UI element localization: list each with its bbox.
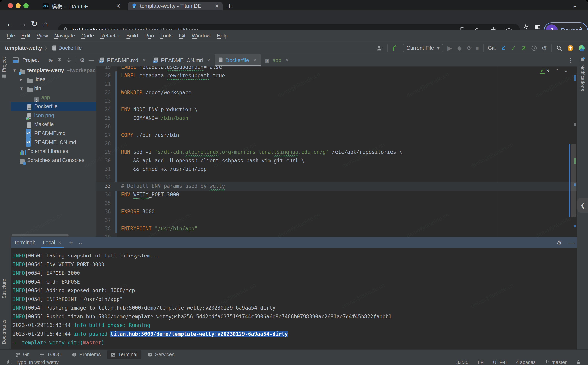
close-tab-icon[interactable]: ✕ bbox=[142, 58, 146, 63]
editor-tab-dockerfile[interactable]: Dockerfile✕ bbox=[215, 54, 261, 66]
menu-run[interactable]: Run bbox=[141, 33, 157, 39]
code-line-19[interactable]: 19LABEL metadata.usesubdomain=false bbox=[96, 66, 577, 71]
build-arrow-icon[interactable] bbox=[392, 45, 399, 51]
home-icon[interactable]: ⌂ bbox=[43, 19, 48, 28]
menu-view[interactable]: View bbox=[34, 33, 51, 39]
back-icon[interactable]: ← bbox=[6, 19, 14, 28]
tree-item-readme-cn-md[interactable]: MDREADME_CN.md bbox=[11, 138, 96, 147]
code-line-32[interactable]: 32 bbox=[96, 174, 577, 182]
git-push-icon[interactable] bbox=[520, 45, 527, 51]
tool-stripe-bookmarks[interactable]: Bookmarks bbox=[1, 320, 7, 344]
rollback-icon[interactable]: ↺ bbox=[542, 44, 547, 52]
code-line-34[interactable]: 34ENV WETTY_PORT=3000 bbox=[96, 190, 577, 199]
editor-tab-readme-md[interactable]: MDREADME.md✕ bbox=[96, 54, 150, 66]
history-clock-icon[interactable] bbox=[531, 45, 537, 51]
user-dropdown-icon[interactable] bbox=[376, 45, 383, 51]
toolwindow-button-git[interactable]: Git bbox=[12, 350, 33, 359]
code-line-22[interactable]: 22WORKDIR /root/workspace bbox=[96, 88, 577, 97]
code-line-36[interactable]: 36EXPOSE 3000 bbox=[96, 207, 577, 216]
expand-all-icon[interactable] bbox=[57, 57, 62, 63]
stripe-mark-gray[interactable] bbox=[574, 123, 576, 126]
tree-collapsed-chevron-icon[interactable]: ▶ bbox=[20, 75, 23, 84]
git-update-icon[interactable] bbox=[500, 45, 507, 51]
code-line-26[interactable]: 26 bbox=[96, 122, 577, 131]
terminal-dropdown-icon[interactable]: ⌄ bbox=[78, 240, 83, 246]
select-opened-file-icon[interactable]: ⊕ bbox=[48, 57, 53, 63]
breadcrumb-file[interactable]: Dockerfile bbox=[58, 45, 82, 51]
code-line-33[interactable]: 33# Default ENV params used by wetty bbox=[96, 182, 577, 190]
debug-bug-icon[interactable] bbox=[456, 45, 462, 51]
close-tab-icon[interactable]: ✕ bbox=[207, 58, 211, 63]
restore-panel-chevron[interactable]: ❮ bbox=[577, 198, 588, 213]
caret-position[interactable]: 33:35 bbox=[456, 359, 469, 365]
tab-search-icon[interactable]: ⌄ bbox=[572, 1, 578, 9]
ide-settings-logo-icon[interactable] bbox=[578, 45, 585, 52]
run-button[interactable]: ▶ bbox=[448, 45, 452, 51]
toolwindow-button-problems[interactable]: Problems bbox=[68, 350, 104, 359]
tree-item-makefile[interactable]: Makefile bbox=[11, 120, 96, 129]
stripe-mark-blue[interactable] bbox=[574, 75, 576, 81]
menu-git[interactable]: Git bbox=[176, 33, 189, 39]
editor-tab-readme-cn-md[interactable]: MDREADME_CN.md✕ bbox=[150, 54, 215, 66]
stop-button[interactable]: ■ bbox=[476, 45, 479, 51]
tree-expanded-chevron-icon[interactable]: ▼ bbox=[20, 84, 24, 93]
reload-icon[interactable]: ↻ bbox=[31, 19, 38, 28]
code-line-23[interactable]: 23 bbox=[96, 97, 577, 105]
tool-stripe-notifications[interactable]: Notifications bbox=[577, 54, 588, 91]
menu-refactor[interactable]: Refactor bbox=[97, 33, 123, 39]
statusbar-layout-icon[interactable] bbox=[7, 359, 13, 365]
forward-icon[interactable]: → bbox=[19, 19, 27, 28]
tab-options-icon[interactable]: ⋮ bbox=[568, 56, 574, 63]
code-line-28[interactable]: 28 bbox=[96, 139, 577, 148]
next-problem-icon[interactable]: ⌄ bbox=[564, 68, 568, 73]
line-separator[interactable]: LF bbox=[478, 359, 483, 365]
browser-tab-inactive[interactable]: <t> 模板 - TitanIDE ✕ bbox=[39, 2, 124, 10]
code-line-20[interactable]: 20LABEL metadata.rewritesubpath=true bbox=[96, 71, 577, 80]
tool-stripe-project[interactable]: Project bbox=[1, 57, 7, 79]
menu-navigate[interactable]: Navigate bbox=[51, 33, 78, 39]
project-panel-title[interactable]: Project bbox=[22, 57, 39, 63]
breadcrumb-project[interactable]: template-wetty bbox=[5, 45, 42, 51]
tree-item-external-libraries[interactable]: External Libraries bbox=[11, 147, 96, 156]
toolwindow-button-terminal[interactable]: Terminal bbox=[107, 350, 141, 359]
unlock-icon[interactable] bbox=[576, 360, 581, 365]
code-line-21[interactable]: 21 bbox=[96, 80, 577, 88]
run-coverage-icon[interactable]: ⟳ bbox=[467, 45, 472, 51]
menu-code[interactable]: Code bbox=[78, 33, 97, 39]
menu-help[interactable]: Help bbox=[214, 33, 231, 39]
hide-panel-icon[interactable]: — bbox=[89, 57, 94, 63]
close-tab-icon[interactable]: ✕ bbox=[116, 3, 121, 9]
editor-scrollbar-thumb[interactable] bbox=[571, 144, 576, 218]
stripe-mark-blue[interactable] bbox=[574, 225, 576, 227]
new-terminal-session-icon[interactable]: + bbox=[69, 239, 73, 246]
project-panel-hscrollbar[interactable] bbox=[12, 234, 69, 236]
terminal-tab-local[interactable]: Local ✕ bbox=[41, 237, 64, 248]
tree-item--idea[interactable]: ▶.idea bbox=[11, 75, 96, 84]
indent-setting[interactable]: 4 spaces bbox=[516, 359, 536, 365]
terminal-output[interactable]: INFO[0050] Taking snapshot of full files… bbox=[11, 248, 577, 347]
menu-edit[interactable]: Edit bbox=[18, 33, 34, 39]
terminal-settings-gear-icon[interactable]: ⚙ bbox=[557, 239, 562, 246]
code-line-29[interactable]: 29RUN sed -i 's/dl-cdn.alpinelinux.org/m… bbox=[96, 148, 577, 156]
code-line-27[interactable]: 27COPY ./bin /usr/bin bbox=[96, 131, 577, 140]
code-editor[interactable]: 19LABEL metadata.usesubdomain=false20LAB… bbox=[96, 66, 577, 237]
menu-window[interactable]: Window bbox=[189, 33, 214, 39]
new-tab-button[interactable]: + bbox=[227, 1, 232, 11]
tree-item-app[interactable]: ❯app bbox=[11, 93, 96, 102]
run-configuration-select[interactable]: Current File ▾ bbox=[403, 44, 443, 52]
menu-tools[interactable]: Tools bbox=[157, 33, 176, 39]
close-window-button[interactable] bbox=[8, 3, 13, 8]
menu-build[interactable]: Build bbox=[123, 33, 141, 39]
close-terminal-tab-icon[interactable]: ✕ bbox=[58, 240, 62, 245]
code-line-31[interactable]: 31 && chmod +x /usr/bin/app bbox=[96, 165, 577, 174]
toolwindow-button-todo[interactable]: TODO bbox=[36, 350, 65, 359]
tree-item-dockerfile[interactable]: Dockerfile bbox=[11, 102, 96, 111]
code-line-39[interactable]: 39 bbox=[96, 233, 577, 237]
tool-stripe-structure[interactable]: Structure bbox=[1, 279, 7, 298]
search-everywhere-icon[interactable] bbox=[556, 45, 563, 51]
code-line-24[interactable]: 24ENV NODE_ENV=production \ bbox=[96, 105, 577, 114]
panel-settings-gear-icon[interactable]: ⚙ bbox=[80, 57, 85, 63]
code-line-25[interactable]: 25 COMMAND='/bin/bash' bbox=[96, 114, 577, 123]
update-available-icon[interactable] bbox=[567, 45, 574, 52]
close-tab-icon[interactable]: ✕ bbox=[215, 3, 219, 9]
